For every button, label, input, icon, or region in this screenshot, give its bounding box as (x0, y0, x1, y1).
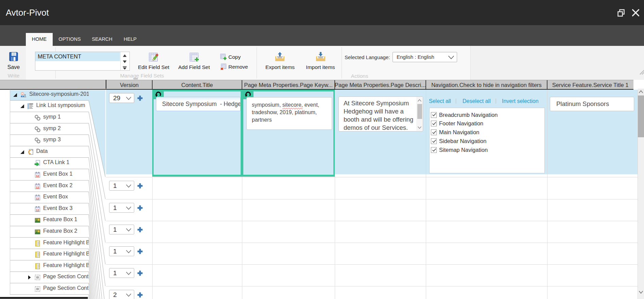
svg-text:12: 12 (36, 197, 39, 200)
svg-text:12: 12 (36, 186, 39, 189)
svg-text:12: 12 (36, 208, 39, 212)
svg-text:12: 12 (36, 174, 39, 178)
